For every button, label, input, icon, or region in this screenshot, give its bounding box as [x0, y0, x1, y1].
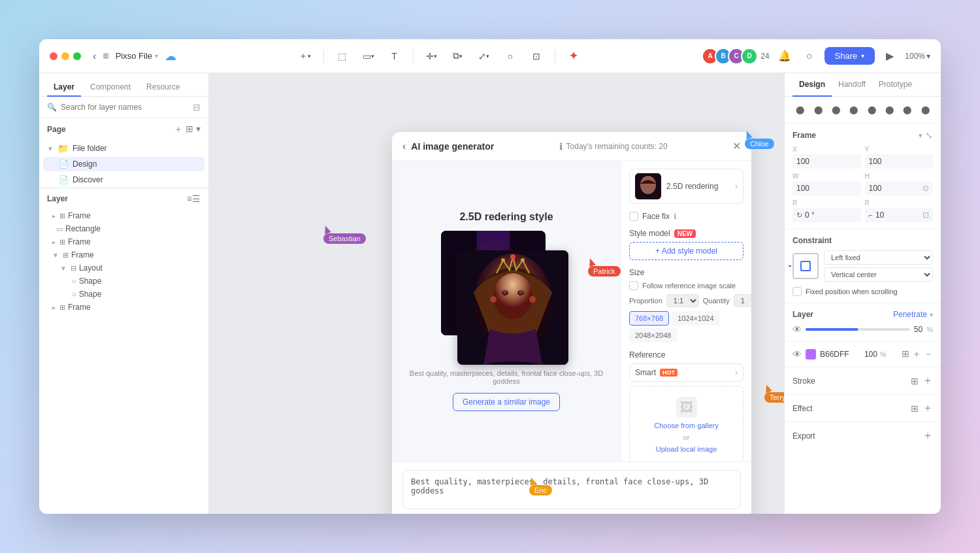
link-icon[interactable]: ⊙	[923, 184, 929, 193]
eye-icon[interactable]: 👁	[792, 324, 802, 335]
search-input[interactable]	[61, 103, 189, 112]
choose-gallery-button[interactable]: Choose from gallery	[654, 422, 718, 429]
layer-item-rectangle[interactable]: ▭ Rectangle	[39, 222, 208, 235]
w-value[interactable]: 100	[796, 184, 809, 193]
fill-remove-icon[interactable]: －	[924, 348, 933, 360]
distribute-h-icon[interactable]: ⬤	[900, 102, 915, 118]
vertical-constraint-select[interactable]: Vertical center	[824, 267, 933, 282]
horizontal-constraint-select[interactable]: Left fixed	[824, 250, 933, 265]
tab-prototype[interactable]: Prototype	[872, 73, 919, 97]
folder-item[interactable]: ▼ 📁 File folder	[39, 141, 208, 156]
cloud-icon[interactable]: ☁	[165, 49, 176, 63]
zoom-control[interactable]: 100% ▾	[905, 52, 930, 61]
fill-add-icon[interactable]: ＋	[912, 348, 921, 360]
align-top-icon[interactable]: ⬤	[846, 102, 861, 118]
tab-component[interactable]: Component	[84, 78, 137, 97]
hamburger-icon[interactable]: ≡	[103, 50, 108, 62]
corner-expand-icon[interactable]: ⊡	[923, 210, 929, 220]
fill-grid-icon[interactable]: ⊞	[902, 348, 909, 360]
app-name[interactable]: Pixso File ▾	[116, 51, 158, 61]
opacity-value[interactable]: 50	[914, 325, 923, 334]
effect-add-icon[interactable]: ＋	[923, 401, 933, 415]
fill-color-swatch[interactable]	[806, 349, 816, 360]
page-item-discover[interactable]: 📄 Discover	[43, 173, 204, 187]
frame-resize-icon[interactable]: ⤡	[925, 130, 933, 141]
reference-smart-option[interactable]: Smart HOT ›	[629, 363, 743, 382]
ai-tool-button[interactable]: ✦	[563, 46, 584, 67]
x-value[interactable]: 100	[796, 157, 809, 166]
h-value[interactable]: 100	[869, 184, 882, 193]
effect-grid-icon[interactable]: ⊞	[911, 403, 919, 414]
stroke-grid-icon[interactable]: ⊞	[911, 376, 919, 386]
tab-design[interactable]: Design	[792, 73, 832, 97]
layer-item-frame-3[interactable]: ▼ ⊞ Frame	[39, 248, 208, 261]
fixed-position-checkbox[interactable]	[792, 287, 802, 296]
layer-item-frame-4[interactable]: ▸ ⊞ Frame	[39, 301, 208, 314]
layer-options-icon[interactable]: ≡☰	[187, 193, 201, 204]
corner-value[interactable]: 10	[875, 210, 884, 220]
align-left-icon[interactable]: ⬤	[792, 102, 808, 118]
prompt-textarea[interactable]: Best quality, masterpieces, details, fro…	[402, 470, 741, 509]
add-tool-button[interactable]: ＋ ▾	[295, 46, 316, 67]
distribute-v-icon[interactable]: ⬤	[918, 102, 933, 118]
stroke-add-icon[interactable]: ＋	[923, 374, 933, 388]
crop-tool-button[interactable]: ⊡	[526, 46, 547, 67]
filter-icon[interactable]: ⊟	[193, 102, 201, 112]
layer-item-frame-1[interactable]: ▸ ⊞ Frame	[39, 209, 208, 222]
play-icon[interactable]: ▶	[880, 46, 900, 66]
back-icon[interactable]: ‹	[93, 50, 96, 62]
search-icon[interactable]: ○	[800, 46, 819, 66]
fill-eye-icon[interactable]: 👁	[792, 349, 802, 360]
blend-mode-selector[interactable]: Penetrate ▾	[893, 310, 933, 319]
modal-close-button[interactable]: ✕	[732, 140, 741, 152]
fill-opacity-value[interactable]: 100	[864, 350, 877, 359]
frame-chevron-icon[interactable]: ▾	[919, 131, 923, 140]
add-style-button[interactable]: + Add style model	[629, 242, 743, 260]
size-preset-1024[interactable]: 1024×1024	[672, 311, 719, 326]
layer-item-layout[interactable]: ▼ ⊟ Layout	[39, 261, 208, 275]
face-fix-checkbox[interactable]	[629, 212, 638, 221]
tab-layer[interactable]: Layer	[47, 78, 81, 97]
size-preset-768[interactable]: 768×768	[629, 311, 669, 326]
notification-icon[interactable]: 🔔	[775, 46, 794, 66]
export-add-icon[interactable]: ＋	[923, 429, 933, 443]
share-button[interactable]: Share ▾	[825, 47, 875, 65]
align-center-v-icon[interactable]: ⬤	[864, 102, 879, 118]
layer-item-frame-2[interactable]: ▸ ⊞ Frame	[39, 235, 208, 248]
generate-similar-button[interactable]: Generate a similar image	[453, 393, 560, 411]
y-value[interactable]: 100	[869, 157, 882, 166]
size-preset-2048[interactable]: 2048×2048	[629, 328, 677, 343]
transform-tool-button[interactable]: ⤢ ▾	[474, 46, 495, 67]
rotation-value[interactable]: 0 °	[805, 210, 815, 220]
face-fix-info-icon[interactable]: ℹ	[674, 212, 677, 221]
align-bottom-icon[interactable]: ⬤	[882, 102, 897, 118]
minimize-button[interactable]	[61, 52, 69, 60]
shape-tool-button[interactable]: ▭ ▾	[358, 46, 379, 67]
tab-handoff[interactable]: Handoff	[832, 73, 872, 97]
quantity-select[interactable]: 1	[734, 294, 751, 307]
follow-ref-checkbox[interactable]	[629, 281, 638, 290]
circle-tool-button[interactable]: ○	[500, 46, 521, 67]
page-chevron-icon[interactable]: ▾	[196, 124, 201, 135]
canvas-area[interactable]: Chloe Sebastian Patrick Terry Eric	[209, 73, 784, 514]
proportion-select[interactable]: 1:1	[666, 294, 699, 307]
layer-item-shape-2[interactable]: ○ Shape	[39, 288, 208, 301]
tab-resource[interactable]: Resource	[140, 78, 186, 97]
text-tool-button[interactable]: T	[384, 46, 405, 67]
page-item-design[interactable]: 📄 Design	[43, 157, 204, 171]
upload-area[interactable]: 🖼 Choose from gallery or Upload local im…	[629, 386, 743, 461]
back-button[interactable]: ‹	[402, 141, 406, 152]
align-center-h-icon[interactable]: ⬤	[810, 102, 825, 118]
layer-item-shape-1[interactable]: ○ Shape	[39, 275, 208, 288]
fill-hex-value[interactable]: B66DFF	[820, 350, 849, 359]
component-tool-button[interactable]: ⧉ ▾	[448, 46, 468, 67]
close-button[interactable]	[50, 52, 57, 60]
style-selector[interactable]: 2.5D rendering ›	[629, 169, 743, 204]
frame-tool-button[interactable]: ⬚	[332, 46, 353, 67]
opacity-slider[interactable]	[806, 328, 910, 331]
align-right-icon[interactable]: ⬤	[828, 102, 843, 118]
upload-local-button[interactable]: Upload local image	[656, 445, 717, 453]
maximize-button[interactable]	[73, 52, 81, 60]
move-tool-button[interactable]: ✛ ▾	[421, 46, 442, 67]
add-page-icon[interactable]: ＋	[174, 124, 183, 135]
